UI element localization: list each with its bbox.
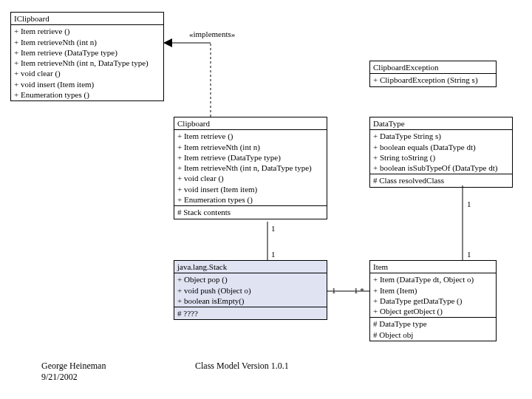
class-operations: + DataType String s) + boolean equals (D…	[370, 130, 512, 174]
attr: # DataType type	[373, 318, 493, 329]
class-title: IClipboard	[11, 13, 163, 25]
class-stack: java.lang.Stack + Object pop () + void p…	[174, 260, 327, 320]
op: + Item retrieve ()	[177, 131, 324, 141]
op: + Enumeration types ()	[177, 194, 324, 205]
op: + String toString ()	[373, 152, 509, 163]
class-attributes: # Stack contents	[174, 206, 327, 218]
op: + void insert (Item item)	[14, 79, 160, 89]
footer-date: 9/21/2002	[41, 372, 78, 383]
class-title: Clipboard	[174, 117, 327, 130]
op: + Enumeration types ()	[14, 89, 160, 100]
op: + Object pop ()	[177, 274, 324, 284]
class-clipboard: Clipboard + Item retrieve () + Item retr…	[174, 117, 327, 219]
class-item: Item + Item (DataType dt, Object o) + It…	[369, 260, 497, 341]
op: + ClipboardException (String s)	[373, 75, 493, 85]
op: + Object getObject ()	[373, 306, 493, 316]
class-operations: + Object pop () + void push (Object o) +…	[174, 273, 327, 307]
svg-marker-2	[163, 38, 172, 47]
op: + DataType String s)	[373, 131, 509, 141]
mult-label: 1	[271, 250, 276, 259]
stereotype-label: «implements»	[189, 30, 235, 38]
footer-author: George Heineman	[41, 361, 106, 372]
class-title: DataType	[370, 117, 512, 130]
class-attributes: # ????	[174, 307, 327, 319]
op: + Item retrieveNth (int n, DataType type…	[177, 163, 324, 173]
mult-label: 1	[467, 200, 471, 208]
op: + Item retrieveNth (int n, DataType type…	[14, 58, 160, 68]
class-iclipboard: IClipboard + Item retrieve () + Item ret…	[10, 12, 164, 101]
mult-label: 1	[332, 286, 336, 295]
op: + Item (Item)	[373, 285, 493, 296]
op: + Item retrieve (DataType type)	[177, 152, 324, 163]
op: + boolean isEmpty()	[177, 296, 324, 306]
mult-label: 1	[271, 224, 276, 233]
mult-label: 1	[467, 250, 471, 259]
op: + Item retrieve (DataType type)	[14, 47, 160, 58]
class-attributes: # Class resolvedClass	[370, 174, 512, 186]
class-attributes: # DataType type # Object obj	[370, 318, 496, 341]
class-title: Item	[370, 261, 496, 273]
class-operations: + Item (DataType dt, Object o) + Item (I…	[370, 273, 496, 318]
attr: # Object obj	[373, 330, 493, 340]
op: + boolean equals (DataType dt)	[373, 142, 509, 152]
op: + boolean isSubTypeOf (DataType dt)	[373, 163, 509, 173]
class-title: java.lang.Stack	[174, 261, 327, 273]
class-clipboard-exception: ClipboardException + ClipboardException …	[369, 61, 497, 87]
op: + Item retrieve ()	[14, 26, 160, 36]
uml-class-diagram: IClipboard + Item retrieve () + Item ret…	[0, 0, 532, 399]
class-operations: + Item retrieve () + Item retrieveNth (i…	[174, 130, 327, 206]
op: + void clear ()	[177, 173, 324, 183]
op: + void push (Object o)	[177, 285, 324, 296]
class-datatype: DataType + DataType String s) + boolean …	[369, 117, 513, 188]
class-operations: + ClipboardException (String s)	[370, 74, 496, 86]
op: + DataType getDataType ()	[373, 296, 493, 306]
mult-label: 1 *	[354, 286, 364, 295]
op: + Item retrieveNth (int n)	[177, 142, 324, 152]
op: + void insert (Item item)	[177, 184, 324, 194]
op: + void clear ()	[14, 68, 160, 78]
op: + Item (DataType dt, Object o)	[373, 274, 493, 284]
op: + Item retrieveNth (int n)	[14, 37, 160, 47]
class-operations: + Item retrieve () + Item retrieveNth (i…	[11, 25, 163, 100]
footer-version: Class Model Version 1.0.1	[195, 361, 289, 372]
class-title: ClipboardException	[370, 61, 496, 74]
